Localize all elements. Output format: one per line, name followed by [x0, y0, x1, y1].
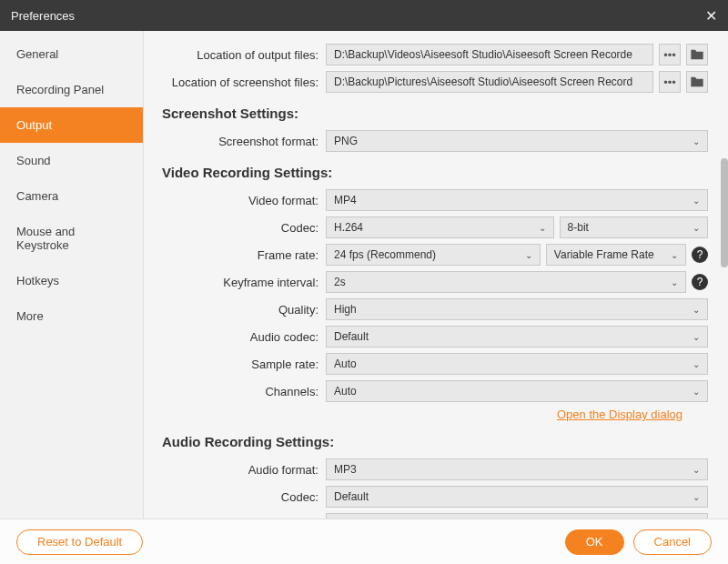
audio-format-select[interactable]: MP3⌄ — [326, 458, 708, 480]
sidebar-item-label: Hotkeys — [16, 274, 59, 287]
sidebar-item-label: Output — [16, 118, 52, 132]
video-audiocodec-label: Audio codec: — [144, 330, 326, 344]
video-audiocodec-select[interactable]: Default⌄ — [326, 326, 708, 347]
chevron-down-icon: ⌄ — [525, 250, 532, 260]
content-panel: Location of output files: D:\Backup\Vide… — [144, 31, 728, 519]
output-path-label: Location of output files: — [144, 48, 326, 62]
video-codec-select[interactable]: H.264⌄ — [326, 217, 554, 238]
window-title: Preferences — [11, 9, 75, 23]
cancel-button[interactable]: Cancel — [633, 529, 712, 555]
sidebar-item-label: Camera — [16, 189, 58, 203]
chevron-down-icon: ⌄ — [693, 223, 700, 233]
framerate-help-icon[interactable]: ? — [692, 247, 708, 263]
video-channels-label: Channels: — [144, 385, 326, 398]
sidebar-item-sound[interactable]: Sound — [0, 143, 143, 178]
ok-button[interactable]: OK — [565, 529, 624, 555]
video-keyframe-label: Keyframe interval: — [144, 276, 326, 289]
video-framerate-label: Frame rate: — [144, 248, 326, 262]
sidebar-item-camera[interactable]: Camera — [0, 178, 143, 214]
scrollbar-thumb[interactable] — [721, 158, 728, 267]
chevron-down-icon: ⌄ — [693, 359, 700, 369]
folder-icon — [690, 48, 704, 61]
chevron-down-icon: ⌄ — [693, 196, 700, 206]
chevron-down-icon: ⌄ — [671, 250, 678, 260]
sidebar-item-mouse-keystroke[interactable]: Mouse and Keystroke — [0, 214, 143, 263]
chevron-down-icon: ⌄ — [671, 277, 678, 287]
audio-settings-heading: Audio Recording Settings: — [144, 434, 708, 449]
chevron-down-icon: ⌄ — [693, 465, 700, 475]
video-framerate-mode-select[interactable]: Variable Frame Rate⌄ — [546, 244, 686, 266]
screenshot-path-more-button[interactable]: ••• — [659, 71, 681, 93]
video-format-label: Video format: — [144, 194, 326, 207]
output-path-field[interactable]: D:\Backup\Videos\Aiseesoft Studio\Aisees… — [326, 44, 653, 65]
footer: Reset to Default OK Cancel — [0, 519, 728, 564]
sidebar-item-label: Sound — [16, 154, 51, 167]
titlebar: Preferences ✕ — [0, 0, 728, 31]
sidebar-item-recording-panel[interactable]: Recording Panel — [0, 72, 143, 107]
chevron-down-icon: ⌄ — [693, 387, 700, 397]
chevron-down-icon: ⌄ — [693, 332, 700, 342]
audio-codec-label: Codec: — [144, 490, 326, 504]
sidebar-item-output[interactable]: Output — [0, 107, 143, 143]
chevron-down-icon: ⌄ — [539, 223, 546, 233]
video-quality-select[interactable]: High⌄ — [326, 298, 708, 320]
sidebar-item-label: Recording Panel — [16, 83, 104, 96]
open-display-dialog-link[interactable]: Open the Display dialog — [144, 408, 708, 421]
sidebar: General Recording Panel Output Sound Cam… — [0, 31, 144, 519]
folder-icon — [690, 76, 704, 88]
chevron-down-icon: ⌄ — [693, 492, 700, 502]
sidebar-item-general[interactable]: General — [0, 36, 143, 72]
keyframe-help-icon[interactable]: ? — [692, 274, 708, 290]
video-bitdepth-select[interactable]: 8-bit⌄ — [560, 217, 708, 238]
video-framerate-select[interactable]: 24 fps (Recommend)⌄ — [326, 244, 541, 266]
sidebar-item-hotkeys[interactable]: Hotkeys — [0, 263, 143, 298]
screenshot-format-select[interactable]: PNG⌄ — [326, 130, 708, 152]
sidebar-item-label: Mouse and Keystroke — [16, 225, 75, 252]
video-settings-heading: Video Recording Settings: — [144, 165, 708, 180]
screenshot-path-folder-button[interactable] — [686, 71, 708, 93]
video-samplerate-select[interactable]: Auto⌄ — [326, 353, 708, 375]
chevron-down-icon: ⌄ — [693, 136, 700, 146]
video-samplerate-label: Sample rate: — [144, 358, 326, 371]
video-format-select[interactable]: MP4⌄ — [326, 189, 708, 211]
video-quality-label: Quality: — [144, 303, 326, 317]
sidebar-item-label: More — [16, 309, 44, 323]
close-icon[interactable]: ✕ — [705, 7, 717, 25]
audio-codec-select[interactable]: Default⌄ — [326, 486, 708, 508]
video-keyframe-select[interactable]: 2s⌄ — [326, 271, 686, 293]
screenshot-settings-heading: Screenshot Settings: — [144, 106, 708, 121]
video-channels-select[interactable]: Auto⌄ — [326, 380, 708, 402]
sidebar-item-more[interactable]: More — [0, 298, 143, 334]
screenshot-format-label: Screenshot format: — [144, 135, 326, 148]
reset-to-default-button[interactable]: Reset to Default — [16, 529, 143, 555]
audio-format-label: Audio format: — [144, 463, 326, 477]
screenshot-path-label: Location of screenshot files: — [144, 76, 326, 89]
output-path-more-button[interactable]: ••• — [659, 44, 681, 65]
chevron-down-icon: ⌄ — [693, 305, 700, 315]
output-path-folder-button[interactable] — [686, 44, 708, 65]
screenshot-path-field[interactable]: D:\Backup\Pictures\Aiseesoft Studio\Aise… — [326, 71, 653, 93]
video-codec-label: Codec: — [144, 221, 326, 235]
sidebar-item-label: General — [16, 47, 58, 61]
